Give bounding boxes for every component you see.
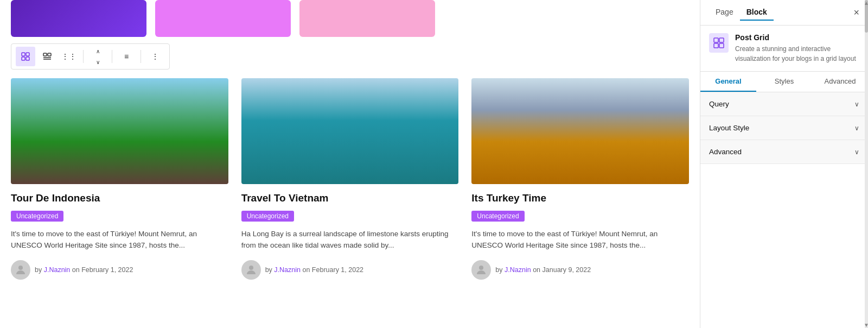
sidebar-top-tabs: Page Block (709, 4, 774, 21)
author-prefix-2: by (265, 266, 272, 274)
query-chevron-icon: ∨ (854, 100, 859, 108)
svg-rect-2 (22, 57, 25, 60)
toolbar-more-icon[interactable]: ⋮ (145, 47, 165, 66)
main-content: ⋮⋮ ∧ ∨ ≡ ⋮ Tour De Indonesia Uncategoriz… (0, 0, 700, 328)
post-excerpt-3: It's time to move to the east of Türkiye… (471, 228, 689, 251)
tab-general[interactable]: General (700, 72, 756, 92)
accordion-layout-style: Layout Style ∨ (700, 116, 868, 140)
svg-rect-5 (48, 53, 51, 56)
svg-rect-12 (719, 38, 724, 42)
swatch-pink (155, 0, 291, 37)
author-info-2: by J.Naznin on February 1, 2022 (265, 266, 363, 274)
svg-rect-14 (719, 43, 724, 48)
date-prefix-1: on (72, 266, 80, 274)
post-title-3: Its Turkey Time (471, 192, 689, 205)
post-date-2: February 1, 2022 (312, 266, 363, 274)
post-category-3[interactable]: Uncategorized (471, 211, 524, 222)
block-tab[interactable]: Block (740, 4, 774, 21)
svg-rect-13 (714, 43, 718, 48)
accordion-query: Query ∨ (700, 92, 868, 116)
author-name-2[interactable]: J.Naznin (274, 266, 301, 274)
toolbar-down-icon[interactable]: ∨ (88, 57, 107, 67)
post-image-3 (471, 78, 689, 184)
author-name-3[interactable]: J.Naznin (505, 266, 531, 274)
block-tabs: General Styles Advanced (700, 72, 868, 92)
post-card-3: Its Turkey Time Uncategorized It's time … (471, 78, 689, 280)
author-info-3: by J.Naznin on January 9, 2022 (495, 266, 591, 274)
toolbar-divider-2 (112, 50, 112, 63)
accordion-layout-style-label: Layout Style (709, 124, 749, 132)
block-icon (709, 33, 729, 53)
post-author-3: by J.Naznin on January 9, 2022 (471, 260, 689, 280)
accordion-query-label: Query (709, 100, 729, 108)
block-info: Post Grid Create a stunning and interact… (700, 26, 868, 72)
accordion-advanced-header[interactable]: Advanced ∨ (700, 140, 868, 163)
post-date-1: February 1, 2022 (81, 266, 133, 274)
layout-chevron-icon: ∨ (854, 124, 859, 132)
block-description: Create a stunning and interactive visual… (735, 44, 859, 64)
block-toolbar: ⋮⋮ ∧ ∨ ≡ ⋮ (11, 43, 170, 70)
post-author-1: by J.Naznin on February 1, 2022 (11, 260, 228, 280)
post-category-2[interactable]: Uncategorized (241, 211, 294, 222)
advanced-chevron-icon: ∨ (854, 148, 859, 156)
svg-point-10 (479, 266, 483, 270)
post-excerpt-1: It's time to move to the east of Türkiye… (11, 228, 228, 251)
author-info-1: by J.Naznin on February 1, 2022 (35, 266, 133, 274)
post-author-2: by J.Naznin on February 1, 2022 (241, 260, 459, 280)
svg-point-9 (249, 266, 253, 270)
post-title-1: Tour De Indonesia (11, 192, 228, 205)
author-avatar-1 (11, 260, 30, 280)
toolbar-grid-icon[interactable] (16, 47, 35, 66)
accordion-advanced-label: Advanced (709, 148, 742, 156)
block-title: Post Grid (735, 33, 859, 42)
accordion-query-header[interactable]: Query ∨ (700, 92, 868, 116)
post-image-2 (241, 78, 459, 184)
toolbar-divider-1 (83, 50, 84, 63)
author-avatar-2 (241, 260, 261, 280)
close-button[interactable]: × (853, 8, 859, 17)
sidebar-header: Page Block × (700, 0, 868, 26)
toolbar-divider-3 (141, 50, 141, 63)
scroll-up-arrow[interactable]: ▲ (864, 0, 868, 6)
block-text: Post Grid Create a stunning and interact… (735, 33, 859, 64)
accordion-advanced: Advanced ∨ (700, 140, 868, 164)
toolbar-up-icon[interactable]: ∧ (88, 46, 107, 56)
toolbar-align-icon[interactable]: ≡ (117, 47, 136, 66)
svg-point-8 (18, 266, 23, 270)
author-prefix-3: by (495, 266, 502, 274)
svg-rect-1 (26, 53, 29, 56)
tab-advanced[interactable]: Advanced (812, 72, 868, 92)
post-grid: Tour De Indonesia Uncategorized It's tim… (11, 78, 689, 280)
color-swatches (11, 0, 689, 43)
page-tab[interactable]: Page (709, 4, 740, 21)
sidebar-scrollbar: ▲ ▼ (865, 0, 868, 328)
post-date-3: January 9, 2022 (542, 266, 591, 274)
right-sidebar: ▲ ▼ Page Block × Post Grid Create a stun… (700, 0, 868, 328)
toolbar-drag-icon[interactable]: ⋮⋮ (59, 47, 79, 66)
tab-styles[interactable]: Styles (756, 72, 812, 92)
swatch-light-pink (299, 0, 435, 37)
post-card-2: Travel To Vietnam Uncategorized Ha Long … (241, 78, 459, 280)
swatch-purple (11, 0, 146, 37)
svg-rect-11 (714, 38, 718, 42)
scroll-down-arrow[interactable]: ▼ (864, 322, 868, 328)
post-image-1 (11, 78, 228, 184)
svg-rect-0 (22, 53, 25, 56)
post-card-1: Tour De Indonesia Uncategorized It's tim… (11, 78, 228, 280)
date-prefix-2: on (302, 266, 310, 274)
svg-rect-3 (26, 57, 29, 60)
post-title-2: Travel To Vietnam (241, 192, 459, 205)
author-prefix-1: by (35, 266, 42, 274)
toolbar-list-icon[interactable] (37, 47, 57, 66)
author-name-1[interactable]: J.Naznin (44, 266, 71, 274)
author-avatar-3 (471, 260, 491, 280)
post-category-1[interactable]: Uncategorized (11, 211, 63, 222)
date-prefix-3: on (533, 266, 540, 274)
accordion-layout-style-header[interactable]: Layout Style ∨ (700, 116, 868, 140)
post-excerpt-2: Ha Long Bay is a surreal landscape of li… (241, 228, 459, 251)
svg-rect-4 (43, 53, 47, 56)
